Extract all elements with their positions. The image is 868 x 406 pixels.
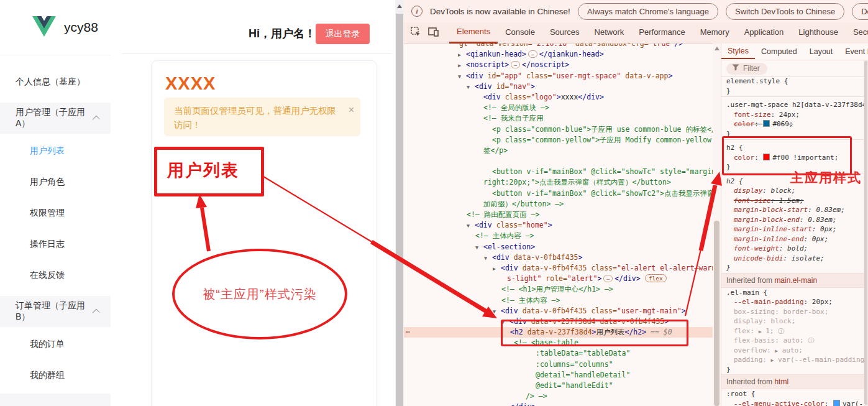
- dom-tree-row[interactable]: 签</p>: [404, 145, 713, 156]
- style-rule-line[interactable]: box-sizing: border-box;: [721, 307, 864, 317]
- style-rule-line[interactable]: }: [721, 86, 864, 96]
- style-rule-line[interactable]: font-size: 24px;: [721, 110, 864, 120]
- style-rule-line[interactable]: }: [721, 263, 864, 273]
- style-rule-line[interactable]: color: #069;: [721, 119, 864, 129]
- style-rule-line[interactable]: .el-main {: [721, 288, 864, 298]
- style-rule-line[interactable]: font-size: 1.5em;: [721, 196, 864, 206]
- dom-tree-row[interactable]: /> —>: [404, 391, 713, 402]
- dom-tree-row[interactable]: <!— 路由配置页面 —>: [404, 210, 713, 220]
- sidebar-item[interactable]: 在线反馈: [0, 260, 111, 291]
- dom-tree-row[interactable]: <!— <h1>用户管理中心</h1> —>: [404, 284, 713, 295]
- dom-tree-row[interactable]: gt" data-version="2.10.16" data-sandbox-…: [404, 44, 713, 49]
- dom-tree-row[interactable]: </div>: [404, 402, 713, 406]
- dom-tree-row[interactable]: right:20px;">点击我显示弹窗（样式内置）</button>: [404, 177, 713, 188]
- dom-tree-row[interactable]: <h2 data-v-237f38d4>用户列表</h2> == $0: [404, 327, 713, 338]
- alert-close-icon[interactable]: ×: [349, 104, 354, 116]
- styles-tab-layout[interactable]: Layout: [803, 44, 839, 59]
- scroll-up-icon[interactable]: [715, 47, 720, 50]
- dom-tree-row[interactable]: ▼<div class="home">: [404, 220, 713, 231]
- dom-tree-row[interactable]: <!— 主体内容 —>: [404, 231, 713, 241]
- sidebar-item[interactable]: 用户列表: [0, 136, 111, 167]
- style-rule-line[interactable]: h2 {: [721, 177, 864, 187]
- elements-scrollbar-thumb[interactable]: [714, 221, 720, 406]
- styles-tab-computed[interactable]: Computed: [755, 44, 803, 59]
- tab-lighthouse[interactable]: Lighthouse: [791, 22, 846, 44]
- dom-tree-row[interactable]: <!— 全局的版块 —>: [404, 103, 713, 113]
- logout-button[interactable]: 退出登录: [316, 24, 370, 44]
- styles-scrollbar-thumb[interactable]: [864, 61, 867, 405]
- notification-button[interactable]: Always match Chrome's language: [578, 3, 718, 20]
- style-rule-line[interactable]: display: block;: [721, 316, 864, 326]
- style-rule-line[interactable]: color: #f00 !important;: [721, 153, 864, 163]
- dom-tree-row[interactable]: s-light" role="alert">…</div>flex: [404, 274, 713, 284]
- style-rule-line[interactable]: margin-block-start: 0.83em;: [721, 205, 864, 215]
- style-rule-line[interactable]: font-weight: bold;: [721, 244, 864, 254]
- sidebar-item[interactable]: 订单管理（子应用B）: [0, 296, 111, 327]
- dom-tree-row[interactable]: ▼<el-section>: [404, 242, 713, 252]
- tab-security[interactable]: Security: [846, 22, 868, 44]
- style-rule-line[interactable]: }: [721, 129, 864, 139]
- style-rule-line[interactable]: flex-basis: auto; ⓘ: [721, 336, 864, 346]
- dom-tree-row[interactable]: [404, 156, 713, 167]
- tab-console[interactable]: Console: [498, 22, 542, 44]
- styles-filter-input[interactable]: Filter: [726, 63, 767, 75]
- page-scrollbar-thumb[interactable]: [396, 14, 403, 406]
- style-rule-line[interactable]: margin-inline-end: 0px;: [721, 234, 864, 244]
- sidebar-item[interactable]: 用户管理（子应用A）: [0, 103, 111, 134]
- style-rule-line[interactable]: --el-main-padding: 20px;: [721, 297, 864, 307]
- dom-tree-row[interactable]: ▼<div id="nav">: [404, 81, 713, 92]
- scroll-up-icon[interactable]: [397, 4, 402, 8]
- style-rule-line[interactable]: }: [721, 365, 864, 375]
- dom-tree-row[interactable]: ▼<div data-v-237f38d4 data-v-0fb4f435>: [404, 316, 713, 327]
- sidebar-item[interactable]: 权限管理: [0, 198, 111, 229]
- dom-tree-row[interactable]: @detail="handleDetail": [404, 370, 713, 381]
- tab-memory[interactable]: Memory: [693, 22, 737, 44]
- styles-tab-styles[interactable]: Styles: [721, 45, 755, 59]
- style-rule-line[interactable]: :root {: [721, 389, 864, 399]
- dom-tree-row[interactable]: <button v-if="mainBox" @click="showTc2">…: [404, 188, 713, 199]
- dom-tree-row[interactable]: <div class="logo">xxxx</div>: [404, 92, 713, 103]
- styles-tab-event-listeners[interactable]: Event Listeners: [839, 44, 868, 59]
- dom-tree-row[interactable]: ▶<noscript>…</noscript>: [404, 60, 713, 70]
- notification-button[interactable]: Switch DevTools to Chinese: [726, 3, 844, 20]
- style-rule-line[interactable]: margin-block-end: 0.83em;: [721, 215, 864, 225]
- style-rule-line[interactable]: flex: ▶ 1; ⓘ: [721, 326, 864, 336]
- dom-tree-row[interactable]: 加前缀）</button> —>: [404, 199, 713, 210]
- sidebar-item[interactable]: 用户角色: [0, 167, 111, 198]
- sidebar-item[interactable]: 操作日志: [0, 229, 111, 260]
- dom-tree-row[interactable]: <!— <base-table: [404, 338, 713, 348]
- dom-tree-row[interactable]: ▶<qiankun-head>…</qiankun-head>: [404, 49, 713, 60]
- dom-tree-row[interactable]: <p class="common-yellow">子应用 Modify comm…: [404, 135, 713, 145]
- dom-tree-row[interactable]: ▼<div data-v-0fb4f435 class="user-mgt-ma…: [404, 306, 713, 316]
- tab-sources[interactable]: Sources: [542, 22, 587, 44]
- inspect-element-icon[interactable]: [411, 27, 421, 40]
- dom-tree-row[interactable]: <!— 我来自子应用: [404, 113, 713, 124]
- notification-button[interactable]: Don't show again: [852, 3, 868, 20]
- device-toolbar-icon[interactable]: [428, 27, 439, 39]
- style-rule-line[interactable]: .user-mgt-space h2[data-v-237f38d4] {: [721, 100, 864, 110]
- style-rule-line[interactable]: Inherited from main.el-main: [721, 273, 864, 288]
- sidebar-item[interactable]: 我的群组: [0, 360, 111, 391]
- dom-tree-row[interactable]: :columns="columns": [404, 359, 713, 370]
- dom-tree-row[interactable]: ▶<div data-v-0fb4f435 class="el-alert el…: [404, 263, 713, 274]
- style-rule-line[interactable]: --el-menu-active-color: var(--el-: [721, 399, 864, 406]
- sidebar-item[interactable]: 个人信息（基座）: [0, 67, 111, 98]
- dom-tree-row[interactable]: <p class="common-blue">子应用 use common-bl…: [404, 124, 713, 135]
- dom-tree-row[interactable]: <button v-if="mainBox" @click="showTc" s…: [404, 167, 713, 177]
- style-rule-line[interactable]: display: block;: [721, 186, 864, 196]
- tab-network[interactable]: Network: [587, 22, 632, 44]
- tab-application[interactable]: Application: [737, 22, 792, 44]
- style-rule-line[interactable]: h2 {: [721, 143, 864, 153]
- selected-node-gutter-dots[interactable]: …: [406, 326, 410, 334]
- style-rule-line[interactable]: element.style {: [721, 76, 864, 86]
- style-rule-line[interactable]: Inherited from html: [721, 374, 864, 389]
- dom-tree-row[interactable]: ▼<div id="app" class="user-mgt-space" da…: [404, 71, 713, 81]
- style-rule-line[interactable]: overflow: ▶ auto;: [721, 346, 864, 356]
- tab-elements[interactable]: Elements: [449, 22, 498, 44]
- dom-tree-row[interactable]: @edit="handleEdit": [404, 381, 713, 391]
- style-rule-line[interactable]: padding: ▶ var(--el-main-padding);: [721, 355, 864, 365]
- dom-tree-row[interactable]: <!— 主体内容 —>: [404, 295, 713, 306]
- dom-tree-row[interactable]: ▼<div data-v-0fb4f435>: [404, 252, 713, 263]
- style-rule-line[interactable]: unicode-bidi: isolate;: [721, 254, 864, 264]
- page-scrollbar[interactable]: [395, 0, 404, 406]
